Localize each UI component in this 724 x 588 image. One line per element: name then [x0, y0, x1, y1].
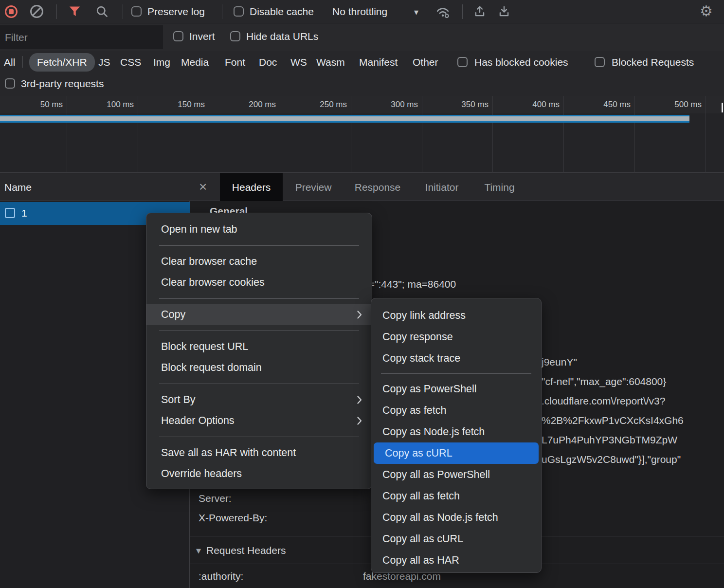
tick-label: 500 ms: [647, 100, 702, 110]
type-filter-img[interactable]: Img: [153, 56, 170, 68]
menu-divider: [159, 384, 359, 384]
menu-item-copy-all-as-curl[interactable]: Copy all as cURL: [371, 528, 541, 550]
submenu-chevron-icon: [357, 417, 362, 425]
submenu-chevron-icon: [357, 311, 362, 319]
header-value-fragment: uGsLgzW5v2C8uwd"}],"group": [542, 454, 681, 465]
copy-submenu: Copy link address Copy response Copy sta…: [371, 298, 542, 573]
gridline: [492, 96, 493, 173]
gridline: [280, 96, 280, 173]
network-conditions-icon[interactable]: [435, 4, 451, 19]
menu-item-copy-stack-trace[interactable]: Copy stack trace: [371, 348, 541, 369]
menu-divider: [381, 373, 531, 374]
network-toolbar: Preserve log Disable cache No throttling…: [0, 0, 724, 23]
tab-headers[interactable]: Headers: [220, 173, 283, 201]
context-menu: Open in new tab Clear browser cache Clea…: [146, 213, 372, 489]
clear-network-log-icon[interactable]: [30, 5, 43, 18]
type-filter-doc[interactable]: Doc: [259, 56, 277, 68]
disable-cache-checkbox[interactable]: [234, 6, 244, 17]
menu-item-copy[interactable]: Copy: [146, 304, 372, 325]
tab-preview[interactable]: Preview: [291, 173, 335, 201]
menu-item-copy-response[interactable]: Copy response: [371, 326, 541, 348]
type-filter-manifest[interactable]: Manifest: [359, 56, 398, 68]
menu-item-copy-label: Copy: [161, 309, 185, 320]
divider: [22, 56, 23, 68]
menu-item-open-in-new-tab[interactable]: Open in new tab: [146, 219, 372, 240]
menu-item-copy-as-nodejs-fetch[interactable]: Copy as Node.js fetch: [371, 421, 541, 442]
type-filter-js[interactable]: JS: [98, 56, 110, 68]
tick-label: 100 ms: [79, 100, 134, 110]
export-har-icon[interactable]: [497, 5, 511, 18]
tick-label: 300 ms: [363, 100, 418, 110]
menu-item-copy-link-address[interactable]: Copy link address: [371, 305, 541, 326]
divider: [123, 4, 123, 19]
type-filter-all[interactable]: All: [4, 56, 15, 68]
has-blocked-cookies-checkbox[interactable]: [457, 57, 468, 67]
close-icon[interactable]: ×: [199, 173, 207, 201]
menu-item-clear-browser-cookies[interactable]: Clear browser cookies: [146, 272, 372, 293]
invert-checkbox[interactable]: [173, 31, 183, 41]
divider: [462, 4, 463, 19]
submenu-chevron-icon: [357, 396, 362, 404]
menu-item-sort-by[interactable]: Sort By: [146, 389, 372, 410]
throttling-select[interactable]: No throttling: [332, 6, 387, 18]
header-value-fragment: %2B%2FkxwP1vCXcKsI4xGh6: [542, 415, 684, 426]
menu-item-copy-as-curl[interactable]: Copy as cURL: [374, 442, 539, 464]
type-filter-font[interactable]: Font: [225, 56, 245, 68]
tick-label: 350 ms: [434, 100, 489, 110]
overview-scrubber-handle[interactable]: [722, 103, 723, 112]
blocked-requests-checkbox[interactable]: [595, 57, 605, 67]
overview-selection-bar[interactable]: [0, 115, 689, 123]
menu-item-copy-all-as-powershell[interactable]: Copy all as PowerShell: [371, 464, 541, 485]
third-party-label: 3rd-party requests: [21, 78, 104, 90]
request-type-filters: All Fetch/XHR JS CSS Img Media Font Doc …: [0, 51, 724, 73]
import-har-icon[interactable]: [473, 5, 487, 18]
filter-input[interactable]: Filter: [0, 25, 163, 49]
filter-toggle-icon[interactable]: [68, 5, 81, 18]
menu-item-copy-all-as-har[interactable]: Copy all as HAR: [371, 550, 541, 571]
tab-initiator[interactable]: Initiator: [420, 173, 464, 201]
tick-label: 450 ms: [576, 100, 631, 110]
chevron-down-icon[interactable]: ▾: [414, 7, 418, 17]
type-filter-ws[interactable]: WS: [290, 56, 307, 68]
type-filter-media[interactable]: Media: [181, 56, 209, 68]
menu-item-header-options[interactable]: Header Options: [146, 410, 372, 431]
gridline: [209, 96, 209, 173]
blocked-requests-label: Blocked Requests: [612, 56, 694, 68]
menu-item-block-request-url[interactable]: Block request URL: [146, 336, 372, 357]
header-value-fragment: j9eunY": [542, 356, 577, 368]
type-filter-fetch-xhr[interactable]: Fetch/XHR: [29, 53, 95, 72]
search-icon[interactable]: [95, 5, 109, 18]
settings-gear-icon[interactable]: ⚙: [700, 4, 713, 18]
network-overview[interactable]: 50 ms 100 ms 150 ms 200 ms 250 ms 300 ms…: [0, 96, 724, 173]
record-button[interactable]: [5, 5, 18, 18]
section-triangle-icon[interactable]: ▼: [196, 547, 201, 554]
menu-item-copy-all-as-nodejs-fetch[interactable]: Copy all as Node.js fetch: [371, 507, 541, 528]
menu-item-copy-as-powershell[interactable]: Copy as PowerShell: [371, 378, 541, 400]
request-headers-section-label[interactable]: Request Headers: [206, 545, 286, 556]
menu-divider: [159, 331, 359, 331]
menu-item-block-request-domain[interactable]: Block request domain: [146, 357, 372, 378]
menu-divider: [159, 437, 359, 437]
gridline: [138, 96, 138, 173]
menu-item-copy-all-as-fetch[interactable]: Copy all as fetch: [371, 485, 541, 507]
menu-divider: [159, 245, 359, 246]
tab-timing[interactable]: Timing: [481, 173, 518, 201]
request-row-checkbox[interactable]: [5, 208, 15, 218]
menu-item-clear-browser-cache[interactable]: Clear browser cache: [146, 251, 372, 272]
gridline: [634, 96, 635, 173]
name-column-header[interactable]: Name: [0, 173, 190, 201]
tab-response[interactable]: Response: [351, 173, 404, 201]
menu-item-override-headers[interactable]: Override headers: [146, 463, 372, 484]
type-filter-wasm[interactable]: Wasm: [316, 56, 345, 68]
hide-data-urls-checkbox[interactable]: [230, 31, 240, 41]
preserve-log-label: Preserve log: [147, 6, 205, 18]
header-key-authority: :authority:: [199, 570, 243, 582]
menu-item-save-all-as-har[interactable]: Save all as HAR with content: [146, 442, 372, 463]
hide-data-urls-label: Hide data URLs: [246, 31, 318, 42]
menu-item-copy-as-fetch[interactable]: Copy as fetch: [371, 400, 541, 421]
type-filter-other[interactable]: Other: [413, 56, 438, 68]
preserve-log-checkbox[interactable]: [131, 6, 142, 17]
type-filter-css[interactable]: CSS: [120, 56, 141, 68]
invert-label: Invert: [189, 31, 215, 42]
third-party-checkbox[interactable]: [5, 78, 15, 89]
